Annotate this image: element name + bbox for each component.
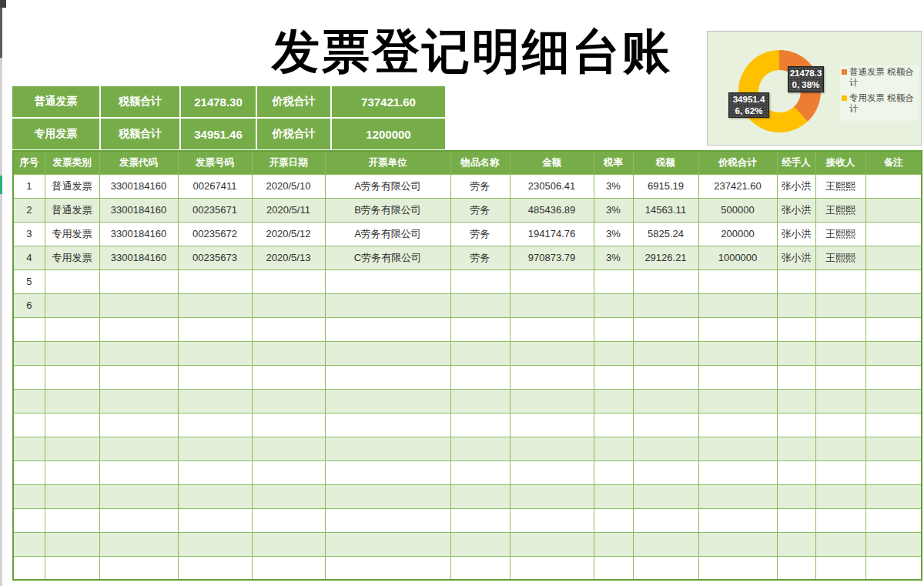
cell-number[interactable]	[178, 413, 252, 437]
cell-code[interactable]	[99, 532, 178, 556]
cell-note[interactable]	[865, 270, 922, 293]
cell-date[interactable]	[252, 293, 325, 317]
summary-cell-total-value[interactable]: 1200000	[332, 119, 445, 149]
cell-item[interactable]	[450, 484, 510, 508]
cell-date[interactable]	[252, 556, 325, 580]
cell-number[interactable]	[178, 270, 252, 293]
cell-note[interactable]	[865, 293, 922, 317]
summary-cell-total-value[interactable]: 737421.60	[332, 86, 445, 117]
cell-code[interactable]	[99, 317, 178, 341]
cell-rate[interactable]	[594, 556, 633, 580]
cell-company[interactable]: A劳务有限公司	[325, 174, 450, 198]
cell-receiver[interactable]	[815, 341, 865, 365]
cell-amount[interactable]: 194174.76	[510, 222, 594, 246]
summary-cell-total-label[interactable]: 价税合计	[257, 119, 330, 149]
cell-code[interactable]	[99, 293, 178, 317]
cell-seq[interactable]: 2	[13, 198, 45, 222]
cell-item[interactable]	[450, 341, 510, 365]
cell-date[interactable]	[252, 389, 325, 413]
cell-note[interactable]	[865, 365, 922, 389]
cell-note[interactable]	[865, 246, 922, 270]
cell-note[interactable]	[865, 198, 922, 222]
cell-rate[interactable]	[594, 437, 633, 460]
cell-seq[interactable]	[13, 437, 45, 460]
cell-amount[interactable]	[510, 317, 594, 341]
cell-company[interactable]	[325, 413, 450, 437]
cell-seq[interactable]: 4	[13, 246, 45, 270]
cell-amount[interactable]	[510, 460, 594, 484]
cell-total[interactable]	[698, 413, 777, 437]
cell-number[interactable]	[178, 532, 252, 556]
summary-cell-tax-value[interactable]: 21478.30	[181, 86, 256, 117]
cell-handler[interactable]	[777, 389, 815, 413]
cell-number[interactable]	[178, 484, 252, 508]
cell-type[interactable]	[45, 484, 99, 508]
cell-company[interactable]: A劳务有限公司	[325, 222, 450, 246]
cell-handler[interactable]	[777, 413, 815, 437]
cell-tax[interactable]	[633, 484, 698, 508]
cell-seq[interactable]	[13, 508, 45, 532]
cell-type[interactable]	[45, 460, 99, 484]
cell-amount[interactable]	[510, 293, 594, 317]
col-header-item[interactable]: 物品名称	[450, 151, 510, 174]
summary-cell-total-label[interactable]: 价税合计	[257, 86, 330, 117]
cell-amount[interactable]	[510, 556, 594, 580]
cell-total[interactable]	[698, 389, 777, 413]
cell-code[interactable]	[99, 365, 178, 389]
cell-seq[interactable]	[13, 365, 45, 389]
cell-tax[interactable]: 5825.24	[633, 222, 698, 246]
col-header-seq[interactable]: 序号	[13, 151, 45, 174]
cell-handler[interactable]	[777, 270, 815, 293]
cell-receiver[interactable]: 王熙熙	[815, 246, 865, 270]
cell-seq[interactable]	[13, 484, 45, 508]
cell-total[interactable]	[698, 365, 777, 389]
cell-receiver[interactable]	[815, 508, 865, 532]
cell-code[interactable]	[99, 341, 178, 365]
cell-seq[interactable]	[13, 532, 45, 556]
cell-tax[interactable]	[633, 293, 698, 317]
summary-cell-tax-label[interactable]: 税额合计	[101, 119, 179, 149]
cell-number[interactable]: 00235671	[178, 198, 252, 222]
cell-tax[interactable]	[633, 341, 698, 365]
cell-rate[interactable]	[594, 317, 633, 341]
cell-item[interactable]	[450, 532, 510, 556]
cell-amount[interactable]	[510, 389, 594, 413]
cell-number[interactable]: 00235673	[178, 246, 252, 270]
cell-rate[interactable]	[594, 484, 633, 508]
cell-company[interactable]	[325, 389, 450, 413]
cell-handler[interactable]	[777, 460, 815, 484]
cell-item[interactable]	[450, 508, 510, 532]
cell-receiver[interactable]	[815, 389, 865, 413]
cell-number[interactable]: 00235672	[178, 222, 252, 246]
cell-seq[interactable]	[13, 389, 45, 413]
cell-note[interactable]	[865, 389, 922, 413]
cell-number[interactable]	[178, 341, 252, 365]
col-header-amount[interactable]: 金额	[510, 151, 594, 174]
cell-code[interactable]	[99, 437, 178, 460]
cell-note[interactable]	[865, 174, 922, 198]
cell-total[interactable]	[698, 437, 777, 460]
summary-cell-tax-label[interactable]: 税额合计	[101, 86, 179, 117]
cell-type[interactable]	[45, 293, 99, 317]
cell-company[interactable]: B劳务有限公司	[325, 198, 450, 222]
cell-number[interactable]	[178, 508, 252, 532]
cell-item[interactable]	[450, 460, 510, 484]
cell-note[interactable]	[865, 341, 922, 365]
cell-item[interactable]	[450, 317, 510, 341]
cell-total[interactable]	[698, 293, 777, 317]
cell-amount[interactable]	[510, 532, 594, 556]
cell-date[interactable]: 2020/5/10	[252, 174, 325, 198]
cell-company[interactable]	[325, 341, 450, 365]
cell-item[interactable]	[450, 437, 510, 460]
cell-type[interactable]: 专用发票	[45, 246, 99, 270]
cell-receiver[interactable]	[815, 460, 865, 484]
cell-rate[interactable]	[594, 341, 633, 365]
cell-rate[interactable]: 3%	[594, 198, 633, 222]
cell-tax[interactable]	[633, 532, 698, 556]
cell-item[interactable]: 劳务	[450, 246, 510, 270]
cell-type[interactable]	[45, 437, 99, 460]
cell-type[interactable]	[45, 508, 99, 532]
cell-company[interactable]	[325, 508, 450, 532]
cell-code[interactable]	[99, 270, 178, 293]
cell-amount[interactable]	[510, 365, 594, 389]
